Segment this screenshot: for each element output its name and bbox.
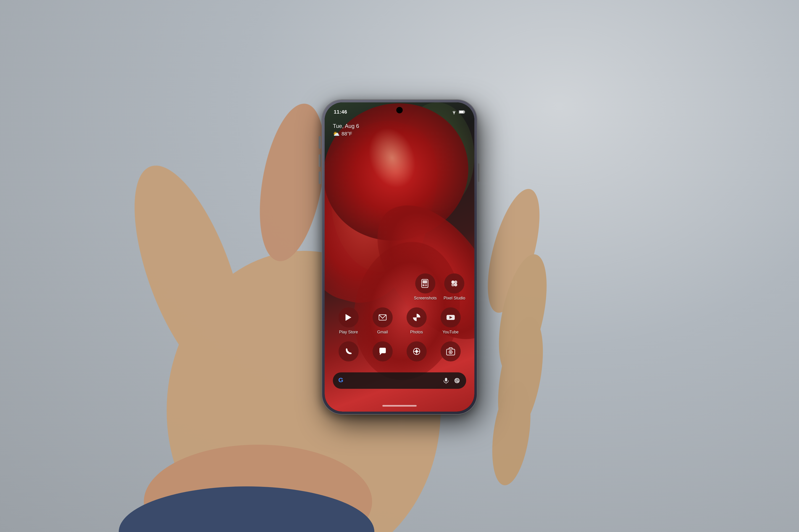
svg-rect-14 <box>422 280 427 283</box>
chrome-icon-bg <box>406 341 427 361</box>
pixel-studio-icon <box>449 279 459 288</box>
app-icons-area: Screenshots <box>325 273 474 361</box>
icons-row-top: Screenshots <box>331 273 468 301</box>
youtube-label: YouTube <box>442 330 459 335</box>
phone-icon-bg <box>339 341 359 361</box>
svg-rect-40 <box>455 381 457 382</box>
app-screenshots[interactable]: Screenshots <box>414 273 437 301</box>
scene: 11:46 <box>0 0 799 532</box>
app-play-store[interactable]: Play Store <box>339 307 359 335</box>
lens-icon[interactable] <box>453 377 461 384</box>
photos-icon <box>412 312 422 322</box>
camera-icon-bg <box>441 341 461 361</box>
wallpaper <box>325 102 474 412</box>
mic-icon[interactable] <box>442 377 450 384</box>
phone-screen: 11:46 <box>325 102 474 412</box>
front-camera <box>396 107 403 113</box>
phone-icon <box>344 346 353 356</box>
svg-rect-12 <box>459 111 464 113</box>
app-pixel-studio[interactable]: Pixel Studio <box>443 273 465 301</box>
app-photos[interactable]: Photos <box>406 307 427 335</box>
svg-point-9 <box>454 113 455 114</box>
camera-icon <box>446 346 456 356</box>
phone-shell: 11:46 <box>322 100 477 414</box>
chrome-icon <box>412 346 422 356</box>
status-icons <box>451 110 465 114</box>
svg-rect-38 <box>455 379 457 381</box>
status-time: 11:46 <box>334 109 347 115</box>
play-store-label: Play Store <box>339 330 358 335</box>
svg-rect-35 <box>445 378 447 381</box>
gmail-label: Gmail <box>377 330 388 335</box>
pixel-studio-label: Pixel Studio <box>443 296 465 301</box>
temperature-display: 88°F <box>342 131 352 137</box>
svg-point-34 <box>450 352 451 353</box>
date-display: Tue, Aug 6 <box>333 123 359 129</box>
messages-icon-bg <box>373 341 393 361</box>
phone-device: 11:46 <box>322 100 477 414</box>
weather-widget: ⛅ 88°F <box>333 131 359 137</box>
weather-icon: ⛅ <box>333 131 340 137</box>
icons-row-dock <box>331 341 468 361</box>
date-widget: Tue, Aug 6 ⛅ 88°F <box>333 123 359 137</box>
svg-point-19 <box>451 283 455 286</box>
app-phone[interactable] <box>339 341 359 361</box>
battery-icon <box>459 110 465 114</box>
svg-rect-16 <box>425 284 427 286</box>
photos-label: Photos <box>410 330 423 335</box>
screenshots-icon <box>420 279 430 288</box>
svg-rect-39 <box>457 379 459 381</box>
screenshots-label: Screenshots <box>414 296 437 301</box>
search-bar[interactable]: G <box>333 373 466 389</box>
photos-icon-bg <box>406 307 427 327</box>
svg-point-27 <box>415 350 418 353</box>
app-camera[interactable] <box>441 341 461 361</box>
svg-rect-15 <box>422 284 424 286</box>
messages-icon <box>378 346 388 356</box>
youtube-icon-bg <box>441 307 461 327</box>
phone-bezel: 11:46 <box>325 102 474 412</box>
svg-point-17 <box>451 281 455 284</box>
play-store-icon <box>344 312 353 322</box>
home-indicator[interactable] <box>382 405 417 406</box>
app-chrome[interactable] <box>406 341 427 361</box>
gmail-icon-bg <box>373 307 393 327</box>
pixel-studio-icon-bg <box>444 273 464 293</box>
svg-point-18 <box>454 281 457 284</box>
svg-point-20 <box>454 283 457 286</box>
app-gmail[interactable]: Gmail <box>373 307 393 335</box>
screenshots-icon-bg <box>415 273 435 293</box>
icons-row-mid: Play Store Gmail <box>331 307 468 335</box>
svg-rect-41 <box>457 381 459 382</box>
app-youtube[interactable]: YouTube <box>441 307 461 335</box>
svg-rect-11 <box>464 111 465 113</box>
youtube-icon <box>446 312 456 322</box>
google-g-logo: G <box>338 377 347 385</box>
app-messages[interactable] <box>373 341 393 361</box>
svg-marker-21 <box>346 314 351 321</box>
gmail-icon <box>378 312 388 322</box>
wifi-icon <box>451 110 457 114</box>
play-store-icon-bg <box>339 307 359 327</box>
